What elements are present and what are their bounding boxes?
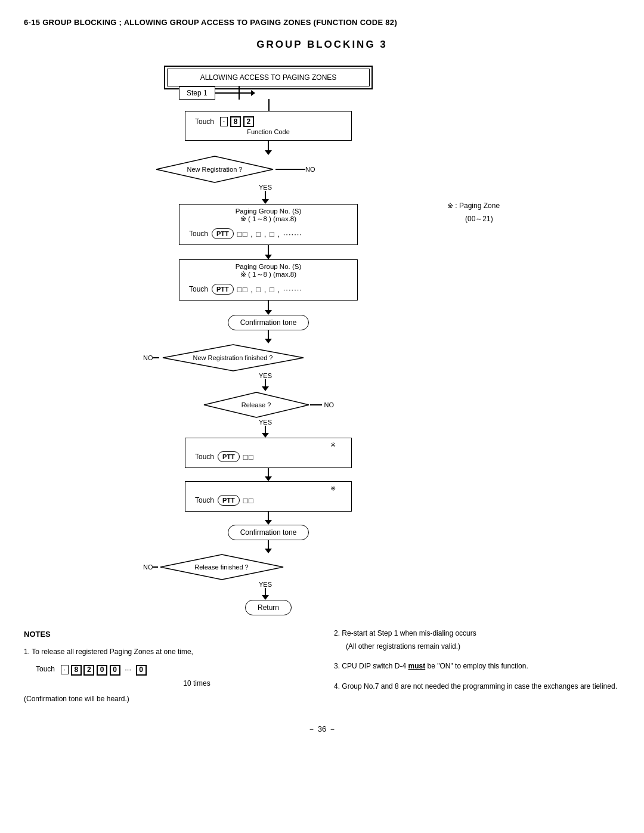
no-label-2: NO: [143, 354, 153, 361]
note1-touch-row: Touch · 8 2 0 0 ··· 0: [36, 662, 310, 676]
paging-group-box-1: Paging Group No. (S) ※ ( 1～8 ) (max.8) T…: [179, 204, 358, 245]
release-touch-box-1: ※ Touch PTT □□: [185, 438, 352, 468]
new-registration-diamond: New Registration ?: [155, 155, 274, 184]
release-finished-diamond: Release finished ?: [159, 553, 284, 581]
yes-label-1: YES: [259, 184, 272, 191]
note2: 2. Re-start at Step 1 when mis-dialing o…: [334, 627, 620, 653]
confirmation-tone-1: Confirmation tone: [228, 315, 309, 330]
page-footer: － 36 －: [24, 724, 620, 735]
notes-right: 2. Re-start at Step 1 when mis-dialing o…: [334, 627, 620, 706]
note1: 1. To release all registered Paging Zone…: [24, 646, 310, 659]
touch-function-code: Touch · 8 2 Function Code: [185, 111, 352, 141]
main-title: GROUP BLOCKING 3: [24, 39, 620, 51]
confirmation-tone-2: Confirmation tone: [228, 525, 309, 540]
step1-box: Step 1: [179, 86, 215, 100]
release-touch-box-2: ※ Touch PTT □□: [185, 481, 352, 512]
notes-section: NOTES 1. To release all registered Pagin…: [24, 627, 620, 706]
release-diamond: Release ?: [203, 391, 310, 419]
no-label-1: NO: [305, 166, 315, 173]
note3: 3. CPU DIP switch D-4 must be "ON" to em…: [334, 660, 620, 673]
yes-label-2: YES: [259, 372, 272, 379]
page-header: 6-15 GROUP BLOCKING ; ALLOWING GROUP ACC…: [24, 18, 620, 27]
yes-label-4: YES: [259, 581, 272, 588]
return-box: Return: [245, 600, 292, 615]
paging-group-box-2: Paging Group No. (S) ※ ( 1～8 ) (max.8) T…: [179, 259, 358, 301]
note4: 4. Group No.7 and 8 are not needed the p…: [334, 680, 620, 693]
note1-confirmation: (Confirmation tone will be heard.): [24, 693, 310, 706]
notes-title: NOTES: [24, 627, 310, 641]
note1-times: 10 times: [83, 677, 310, 690]
new-reg-finished-diamond: New Registration finished ?: [162, 343, 305, 372]
flowchart: ALLOWING ACCESS TO PAGING ZONES Step 1: [101, 69, 435, 615]
notes-left: NOTES 1. To release all registered Pagin…: [24, 627, 310, 706]
no-label-3: NO: [324, 401, 335, 408]
top-label-box: ALLOWING ACCESS TO PAGING ZONES: [167, 69, 370, 86]
yes-label-3: YES: [259, 419, 272, 426]
no-label-4: NO: [143, 563, 153, 571]
side-note: ※ : Paging Zone (00～21): [447, 200, 543, 225]
